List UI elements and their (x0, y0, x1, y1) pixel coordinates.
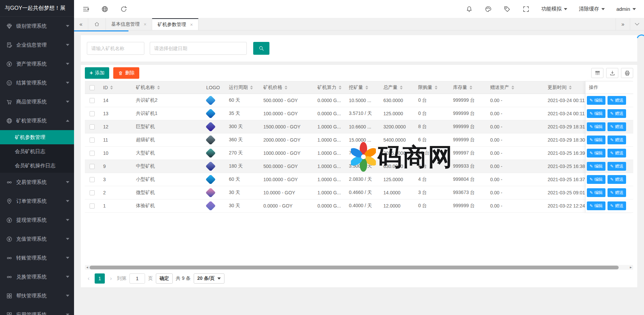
row-checkbox[interactable] (90, 177, 95, 182)
sidebar-subitem-会员矿机日志[interactable]: 会员矿机日志 (0, 144, 74, 159)
print-button[interactable] (621, 68, 633, 78)
row-checkbox[interactable] (90, 124, 95, 129)
sidebar-subitem-会员矿机操作日志[interactable]: 会员矿机操作日志 (0, 159, 74, 173)
fullscreen-icon[interactable] (522, 5, 530, 13)
sidebar-item-提现管理系统[interactable]: 提现管理系统 (0, 211, 74, 229)
row-checkbox[interactable] (90, 190, 95, 195)
sidebar-item-帮扶管理系统[interactable]: 帮扶管理系统 (0, 286, 74, 305)
horizontal-scrollbar[interactable]: ◄ ► (85, 265, 633, 270)
export-button[interactable] (606, 68, 618, 78)
sidebar-item-交易管理系统[interactable]: 交易管理系统 (0, 173, 74, 192)
sort-toggle-icon[interactable] (569, 86, 572, 90)
sidebar-item-转账管理系统[interactable]: 转账管理系统 (0, 248, 74, 267)
goto-page-input[interactable] (129, 273, 145, 284)
sort-toggle-icon[interactable] (435, 86, 437, 90)
clear-cache-menu[interactable]: 清除缓存 (579, 6, 605, 12)
row-checkbox[interactable] (90, 111, 95, 116)
create-date-input[interactable] (150, 42, 247, 55)
gift-button[interactable]: ✎赠送 (607, 149, 626, 158)
theme-palette-icon[interactable] (484, 5, 492, 13)
tab-矿机参数管理[interactable]: 矿机参数管理× (152, 18, 198, 30)
sidebar-subitem-矿机参数管理[interactable]: 矿机参数管理 (0, 130, 74, 144)
edit-button[interactable]: ✎编辑 (587, 122, 605, 131)
notification-bell-icon[interactable] (466, 5, 473, 13)
prev-page-icon[interactable]: ‹ (86, 275, 92, 282)
select-all-checkbox[interactable] (90, 85, 95, 90)
columns-filter-button[interactable] (591, 68, 603, 78)
chevron-down-icon (66, 257, 69, 259)
pencil-icon: ✎ (610, 98, 614, 103)
delete-button[interactable]: 删除 (113, 67, 139, 79)
collapse-sidebar-icon[interactable] (82, 5, 90, 13)
sidebar-item-商品管理系统[interactable]: 商品管理系统 (0, 92, 74, 111)
gift-button[interactable]: ✎赠送 (607, 122, 626, 131)
scroll-left-arrow-icon[interactable]: ◄ (85, 265, 90, 270)
row-checkbox[interactable] (90, 98, 95, 103)
table-scroll-region[interactable]: ID矿机名称LOGO运行周期矿机价格矿机算力挖矿量总产量限购量库存量赠送资产更新… (85, 81, 585, 213)
next-page-icon[interactable]: › (108, 275, 114, 282)
gift-button[interactable]: ✎赠送 (607, 136, 626, 144)
row-checkbox-cell (85, 190, 99, 195)
tabs-scroll-left-button[interactable]: « (74, 18, 88, 30)
sort-toggle-icon[interactable] (250, 86, 253, 90)
row-checkbox[interactable] (90, 203, 95, 209)
sort-toggle-icon[interactable] (285, 86, 287, 90)
sidebar-item-兑换管理系统[interactable]: 兑换管理系统 (0, 267, 74, 286)
sort-toggle-icon[interactable] (511, 86, 514, 90)
gift-button[interactable]: ✎赠送 (607, 201, 626, 210)
row-checkbox[interactable] (90, 164, 95, 169)
sidebar-item-label: 矿机管理系统 (16, 118, 47, 124)
sidebar-item-应用管理系统[interactable]: 应用管理系统 (0, 305, 74, 315)
sidebar-item-充值管理系统[interactable]: 充值管理系统 (0, 229, 74, 248)
add-button[interactable]: +添加 (85, 67, 109, 79)
miner-name-input[interactable] (87, 42, 144, 55)
edit-button[interactable]: ✎编辑 (587, 136, 605, 144)
sort-toggle-icon[interactable] (400, 86, 403, 90)
row-checkbox[interactable] (90, 138, 95, 143)
gift-button[interactable]: ✎赠送 (607, 175, 626, 184)
close-icon[interactable]: × (190, 22, 193, 27)
sidebar-item-label: 转账管理系统 (16, 255, 47, 261)
sort-toggle-icon[interactable] (365, 86, 368, 90)
home-tab[interactable] (88, 18, 106, 30)
sort-toggle-icon[interactable] (157, 86, 160, 90)
search-button[interactable] (253, 42, 269, 55)
gift-button[interactable]: ✎赠送 (607, 188, 626, 197)
gift-button[interactable]: ✎赠送 (607, 162, 626, 171)
page-size-select[interactable]: 20 条/页 (194, 273, 224, 284)
row-checkbox[interactable] (90, 151, 95, 156)
sort-toggle-icon[interactable] (470, 86, 472, 90)
sidebar-item-矿机管理系统[interactable]: 矿机管理系统 (0, 111, 74, 130)
edit-button[interactable]: ✎编辑 (587, 96, 605, 105)
sort-toggle-icon[interactable] (110, 86, 113, 90)
scroll-right-arrow-icon[interactable]: ► (628, 265, 633, 270)
edit-button[interactable]: ✎编辑 (587, 188, 605, 197)
gift-button[interactable]: ✎赠送 (607, 109, 626, 118)
sidebar-item-资产管理系统[interactable]: 资产管理系统 (0, 54, 74, 73)
sidebar-item-结算管理系统[interactable]: 结算管理系统 (0, 73, 74, 92)
cell-text-gift: 0.00 - (490, 190, 502, 195)
language-globe-icon[interactable] (101, 5, 109, 13)
sidebar-item-订单管理系统[interactable]: 订单管理系统 (0, 192, 74, 211)
refresh-icon[interactable] (120, 5, 127, 13)
edit-button[interactable]: ✎编辑 (587, 149, 605, 158)
tab-基本信息管理[interactable]: 基本信息管理× (106, 18, 152, 30)
sort-toggle-icon[interactable] (339, 86, 341, 90)
edit-button[interactable]: ✎编辑 (587, 162, 605, 171)
edit-button[interactable]: ✎编辑 (587, 109, 605, 118)
scrollbar-thumb[interactable] (90, 266, 619, 269)
tabs-scroll-right-button[interactable]: » (616, 18, 630, 30)
tabs-menu-button[interactable] (630, 18, 644, 30)
sidebar-item-级别管理系统[interactable]: 级别管理系统 (0, 17, 74, 35)
gift-button[interactable]: ✎赠送 (607, 96, 626, 105)
sidebar-item-企业信息管理[interactable]: 企业信息管理 (0, 35, 74, 54)
goto-confirm-button[interactable]: 确定 (156, 273, 173, 284)
cell-text-mining: 3.5000 / 天 (349, 163, 372, 169)
edit-button[interactable]: ✎编辑 (587, 201, 605, 210)
edit-button[interactable]: ✎编辑 (587, 175, 605, 184)
tag-icon[interactable] (503, 5, 511, 13)
function-simulate-menu[interactable]: 功能模拟 (541, 6, 567, 12)
current-page-button[interactable]: 1 (95, 273, 105, 284)
admin-user-menu[interactable]: admin (616, 6, 636, 12)
close-icon[interactable]: × (144, 22, 146, 27)
